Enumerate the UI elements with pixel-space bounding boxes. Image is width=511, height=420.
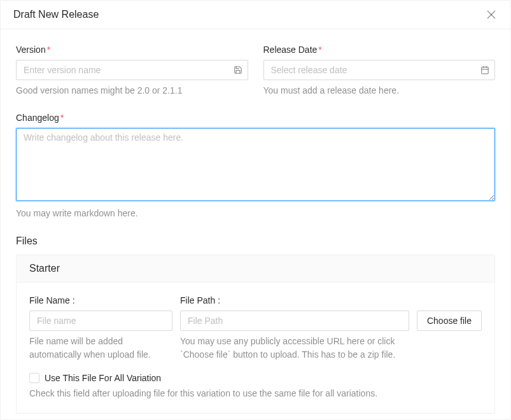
choose-file-button[interactable]: Choose file <box>417 311 482 331</box>
file-name-label: File Name : <box>29 295 172 305</box>
required-mark: * <box>47 45 50 55</box>
variation-name: Starter <box>17 255 494 283</box>
use-for-all-help: Check this field after uploading file fo… <box>29 387 482 400</box>
file-name-input[interactable] <box>29 311 172 331</box>
required-mark: * <box>318 45 321 55</box>
draft-release-modal: Draft New Release Version* Good version … <box>0 0 511 420</box>
use-for-all-checkbox[interactable] <box>29 373 39 383</box>
release-date-label: Release Date* <box>263 45 496 55</box>
save-icon[interactable] <box>234 66 242 74</box>
file-path-label: File Path : <box>180 295 409 305</box>
modal-title: Draft New Release <box>13 9 99 20</box>
version-help: Good version names might be 2.0 or 2.1.1 <box>16 84 248 97</box>
version-input[interactable] <box>16 60 248 80</box>
modal-header: Draft New Release <box>1 1 510 29</box>
calendar-icon[interactable] <box>480 66 489 74</box>
changelog-label: Changelog* <box>16 113 495 123</box>
file-path-help: You may use any publicly accessible URL … <box>180 335 409 361</box>
use-for-all-label: Use This File For All Variation <box>45 373 161 383</box>
close-button[interactable] <box>485 8 498 21</box>
release-date-input[interactable] <box>263 60 496 80</box>
svg-rect-2 <box>482 67 489 73</box>
changelog-textarea[interactable] <box>16 128 495 201</box>
required-mark: * <box>60 113 64 123</box>
version-label: Version* <box>16 45 248 55</box>
modal-body: Version* Good version names might be 2.0… <box>1 29 510 420</box>
close-icon <box>487 10 496 19</box>
release-date-help: You must add a release date here. <box>263 84 496 97</box>
file-variation-card: Starter File Name : File name will be ad… <box>16 255 495 414</box>
file-name-help: File name will be added automatically wh… <box>29 335 172 361</box>
files-section-title: Files <box>16 235 495 247</box>
file-path-input[interactable] <box>180 311 409 331</box>
changelog-help: You may write markdown here. <box>16 207 495 220</box>
